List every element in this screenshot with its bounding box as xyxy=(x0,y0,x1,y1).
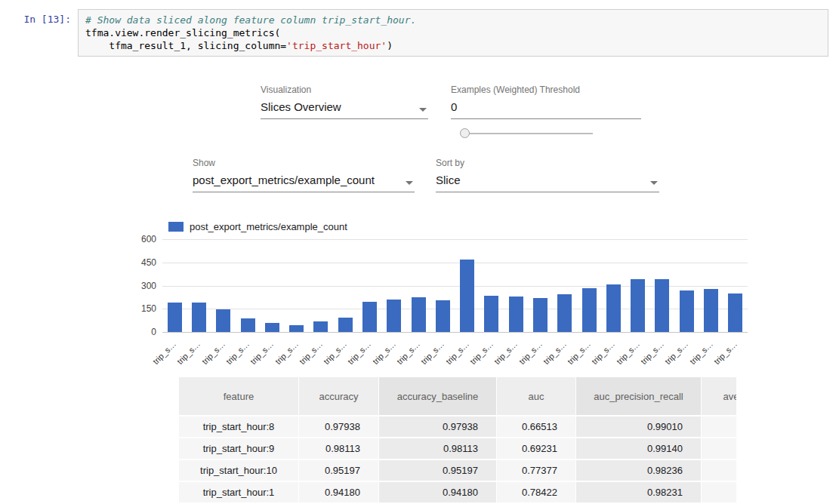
show-value: post_export_metrics/example_count xyxy=(193,174,375,186)
slider-thumb[interactable] xyxy=(460,128,470,138)
bar[interactable] xyxy=(655,279,669,332)
metric-cell: 0.94180 xyxy=(379,481,497,502)
bar[interactable] xyxy=(557,294,572,332)
sort-by-dropdown[interactable]: Slice xyxy=(436,172,659,192)
cell-prompt: In [13]: xyxy=(0,9,78,57)
feature-cell: trip_start_hour:9 xyxy=(179,437,299,459)
y-axis-tick: 0 xyxy=(126,327,156,337)
threshold-control: Examples (Weighted) Threshold xyxy=(451,85,641,119)
bar[interactable] xyxy=(680,290,694,332)
notebook-cell: In [13]: # Show data sliced along featur… xyxy=(0,9,839,57)
metrics-table: featureaccuracyaccuracy_baselineaucauc_p… xyxy=(179,377,736,502)
code-string: 'trip_start_hour' xyxy=(286,40,387,51)
metric-cell: 0.95197 xyxy=(299,459,379,481)
bar[interactable] xyxy=(412,297,426,332)
metric-cell: 0.97938 xyxy=(299,415,379,437)
code-text: ) xyxy=(387,40,393,51)
visualization-control: Visualization Slices Overview xyxy=(261,85,428,119)
bar[interactable] xyxy=(362,302,377,332)
chevron-down-icon xyxy=(419,108,427,112)
bar[interactable] xyxy=(192,303,206,332)
metric-cell: 0.0892 xyxy=(702,437,736,459)
column-header[interactable]: auc xyxy=(497,377,576,415)
show-dropdown[interactable]: post_export_metrics/example_count xyxy=(193,172,415,192)
table-row: trip_start_hour:10.941800.941800.784220.… xyxy=(179,481,736,502)
metric-cell: 0.77377 xyxy=(497,459,576,481)
column-header[interactable]: feature xyxy=(179,377,299,415)
sort-by-label: Sort by xyxy=(436,158,659,168)
bar[interactable] xyxy=(582,288,597,332)
code-comment: # Show data sliced along feature column … xyxy=(85,14,416,26)
metric-cell: 0.98113 xyxy=(379,437,497,459)
visualization-label: Visualization xyxy=(261,85,428,95)
column-header[interactable]: accuracy xyxy=(299,377,379,415)
metric-cell: 0.98231 xyxy=(576,481,702,502)
bar[interactable] xyxy=(387,300,401,332)
metric-cell: 0.99140 xyxy=(576,437,702,459)
bar[interactable] xyxy=(289,325,304,332)
bar[interactable] xyxy=(533,298,548,332)
show-control: Show post_export_metrics/example_count xyxy=(193,158,415,192)
plot-area: 0150300450600trip_s…trip_s…trip_s…trip_s… xyxy=(162,239,748,332)
visualization-value: Slices Overview xyxy=(261,100,341,113)
metric-cell: 0.69231 xyxy=(497,437,576,459)
legend-swatch xyxy=(168,222,184,232)
code-content: # Show data sliced along feature column … xyxy=(85,14,821,52)
bar[interactable] xyxy=(216,309,230,332)
feature-cell: trip_start_hour:1 xyxy=(179,481,299,502)
bar[interactable] xyxy=(728,293,742,332)
bar[interactable] xyxy=(338,318,353,332)
table-row: trip_start_hour:100.951970.951970.773770… xyxy=(179,459,736,481)
gridline xyxy=(162,239,748,240)
feature-cell: trip_start_hour:8 xyxy=(179,415,299,437)
bar[interactable] xyxy=(606,284,621,332)
legend-label: post_export_metrics/example_count xyxy=(190,221,347,232)
metric-cell: 0.94180 xyxy=(299,481,379,502)
slider-track xyxy=(464,133,593,134)
table-row: trip_start_hour:80.979380.979380.665130.… xyxy=(179,415,736,437)
show-label: Show xyxy=(193,158,415,168)
chevron-down-icon xyxy=(406,181,413,185)
sort-by-value: Slice xyxy=(436,174,461,186)
bar[interactable] xyxy=(484,296,498,332)
column-header[interactable]: auc_precision_recall xyxy=(576,377,702,415)
y-axis-tick: 450 xyxy=(126,257,156,268)
column-header[interactable]: accuracy_baseline xyxy=(379,377,497,415)
threshold-slider[interactable] xyxy=(460,128,593,140)
y-axis-tick: 600 xyxy=(126,234,156,244)
column-header[interactable]: average_los xyxy=(702,377,736,415)
table-row: trip_start_hour:90.981130.981130.692310.… xyxy=(179,437,736,459)
metric-cell: 0.97938 xyxy=(379,415,497,437)
threshold-label: Examples (Weighted) Threshold xyxy=(451,85,641,95)
bar[interactable] xyxy=(265,323,279,332)
code-text: tfma_result_1, slicing_column= xyxy=(85,40,286,51)
metric-cell: 0.1901 xyxy=(702,481,736,502)
metric-cell: 0.1111 xyxy=(702,415,736,437)
metric-cell: 0.66513 xyxy=(497,415,576,437)
y-axis-tick: 300 xyxy=(126,281,156,291)
sort-by-control: Sort by Slice xyxy=(436,158,659,192)
metric-cell: 0.98113 xyxy=(299,437,379,459)
visualization-dropdown[interactable]: Slices Overview xyxy=(261,99,428,119)
bar[interactable] xyxy=(241,318,255,332)
bar[interactable] xyxy=(313,321,328,332)
bar[interactable] xyxy=(509,297,523,332)
slices-bar-chart: 0150300450600trip_s…trip_s…trip_s…trip_s… xyxy=(162,239,748,390)
bar[interactable] xyxy=(460,260,474,332)
metric-cell: 0.78422 xyxy=(497,481,576,502)
chevron-down-icon xyxy=(650,181,658,185)
bar[interactable] xyxy=(436,300,450,332)
metric-cell: 0.1541 xyxy=(702,459,736,481)
metric-cell: 0.95197 xyxy=(379,459,497,481)
bar[interactable] xyxy=(168,303,182,332)
metrics-table-container: featureaccuracyaccuracy_baselineaucauc_p… xyxy=(179,377,736,504)
metric-cell: 0.98236 xyxy=(576,459,702,481)
metric-cell: 0.99010 xyxy=(576,415,702,437)
code-editor[interactable]: # Show data sliced along feature column … xyxy=(78,9,828,57)
bar[interactable] xyxy=(704,289,718,332)
bar[interactable] xyxy=(631,279,645,332)
threshold-input[interactable] xyxy=(451,99,641,119)
table-header-row: featureaccuracyaccuracy_baselineaucauc_p… xyxy=(179,377,736,415)
chart-legend: post_export_metrics/example_count xyxy=(168,221,347,232)
gridline xyxy=(162,332,748,333)
